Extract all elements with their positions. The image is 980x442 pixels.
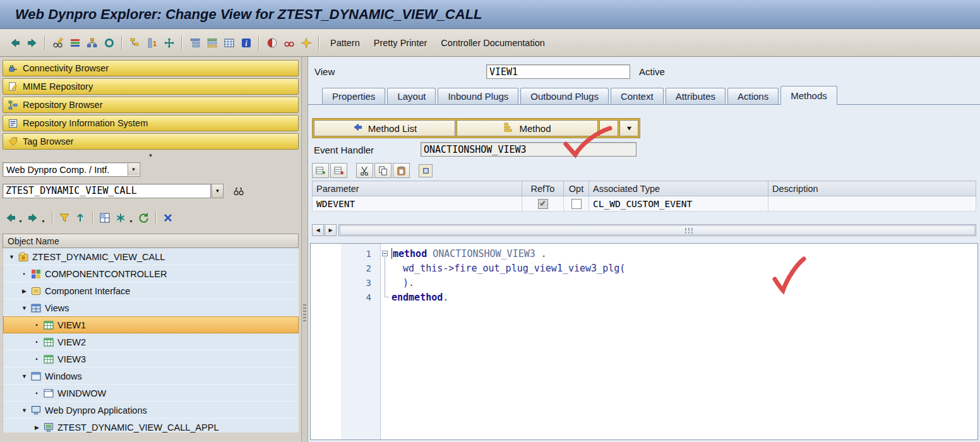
forward-icon[interactable] — [25, 210, 41, 225]
code-line-4[interactable]: 4endmethod. — [311, 290, 977, 304]
tree-item-ztest-dynamic-view-call-appl[interactable]: ▶ZTEST_DYNAMIC_VIEW_CALL_APPL — [3, 419, 299, 433]
toolbar-button-pretty-printer[interactable]: Pretty Printer — [367, 35, 434, 51]
column-header-parameter[interactable]: Parameter — [313, 181, 522, 196]
object-history-dropdown[interactable]: ▼ — [212, 184, 224, 198]
layout-icon[interactable] — [97, 210, 113, 225]
dropdown-arrow-icon[interactable]: ▼ — [129, 219, 133, 224]
leaf-bullet: · — [32, 320, 42, 331]
code-line-1[interactable]: 1method ONACTIONSHOW_VIEW3 . — [311, 246, 977, 261]
next-method-button[interactable] — [619, 120, 638, 136]
tree-item-component-interface[interactable]: ▶Component Interface — [3, 282, 299, 299]
scrollbar-grip[interactable] — [685, 227, 693, 233]
expander-closed-icon[interactable]: ▶ — [32, 424, 42, 431]
tab-properties[interactable]: Properties — [322, 88, 385, 105]
workflow-icon[interactable] — [203, 35, 220, 51]
tree-item-web-dynpro-applications[interactable]: ▼Web Dynpro Applications — [3, 402, 299, 419]
previous-method-button[interactable] — [599, 120, 618, 136]
copy-icon[interactable] — [374, 163, 391, 178]
sort-icon[interactable] — [73, 210, 88, 225]
browser-button-tag-browser[interactable]: Tag Browser — [3, 133, 299, 150]
navigation-icon[interactable] — [160, 35, 177, 51]
tree-item-windwow[interactable]: ·WINDWOW — [3, 385, 299, 402]
filter-icon[interactable] — [57, 210, 73, 225]
cut-icon[interactable] — [356, 163, 373, 178]
test-icon[interactable] — [280, 35, 297, 51]
scroll-right-icon[interactable]: ▶ — [325, 224, 337, 236]
close-icon[interactable] — [160, 210, 176, 225]
hierarchy-icon[interactable] — [83, 35, 100, 51]
dropdown-arrow-icon[interactable]: ▼ — [18, 219, 23, 224]
opt-checkbox[interactable] — [571, 199, 582, 209]
view-name-field[interactable] — [486, 64, 630, 79]
chevron-down-icon[interactable]: ▼ — [128, 164, 139, 176]
method-list-button[interactable]: Method List — [314, 120, 455, 136]
fold-collapse-icon[interactable] — [380, 246, 391, 261]
forward-icon[interactable] — [23, 35, 40, 51]
splitter-grip[interactable] — [303, 304, 306, 322]
tree-item-view3[interactable]: ·VIEW3 — [3, 350, 299, 367]
object-name-input[interactable] — [3, 184, 211, 198]
tab-outbound-plugs[interactable]: Outbound Plugs — [520, 88, 609, 105]
column-header-refto[interactable]: RefTo — [522, 181, 564, 196]
dropdown-arrow-icon[interactable]: ▼ — [41, 219, 45, 224]
expander-open-icon[interactable]: ▼ — [20, 407, 29, 414]
enhancement-icon[interactable] — [66, 35, 83, 51]
info-icon[interactable]: i — [237, 35, 254, 51]
toolbar-button-controller-documentation[interactable]: Controller Documentation — [434, 35, 551, 51]
tree-item-componentcontroller[interactable]: ·COMPONENTCONTROLLER — [3, 265, 299, 282]
expander-open-icon[interactable]: ▼ — [20, 305, 29, 311]
delete-row-icon[interactable] — [330, 163, 347, 178]
panel-splitter[interactable] — [302, 57, 308, 442]
abap-code-editor[interactable]: 1method ONACTIONSHOW_VIEW3 .2 wd_this->f… — [310, 243, 978, 440]
browser-button-connectivity-browser[interactable]: Connectivity Browser — [3, 60, 299, 76]
structure-icon[interactable] — [186, 35, 203, 51]
scrollbar-thumb[interactable] — [340, 225, 975, 235]
object-list-icon[interactable] — [126, 35, 143, 51]
column-header-associated-type[interactable]: Associated Type — [589, 181, 768, 196]
toolbar-button-pattern[interactable]: Pattern — [323, 35, 367, 51]
where-used-icon[interactable] — [100, 35, 117, 51]
refresh-icon[interactable] — [136, 210, 152, 225]
refto-checkbox[interactable] — [538, 199, 548, 209]
column-header-opt[interactable]: Opt — [564, 181, 589, 196]
tab-inbound-plugs[interactable]: Inbound Plugs — [438, 88, 518, 105]
tree-item-windows[interactable]: ▼Windows — [3, 367, 299, 385]
expander-closed-icon[interactable]: ▶ — [20, 288, 29, 294]
binoculars-icon[interactable] — [230, 182, 247, 199]
check-icon[interactable] — [263, 35, 280, 51]
code-line-3[interactable]: 3 ). — [311, 275, 977, 290]
insert-row-icon[interactable] — [312, 163, 329, 178]
parameter-row-wdevent[interactable]: WDEVENTCL_WD_CUSTOM_EVENT — [313, 196, 976, 212]
expander-open-icon[interactable]: ▼ — [20, 373, 29, 379]
back-icon[interactable] — [3, 210, 18, 225]
version-icon[interactable]: 1 — [143, 35, 160, 51]
browser-button-mime-repository[interactable]: MIME Repository — [3, 78, 299, 95]
paste-icon[interactable] — [393, 163, 410, 178]
activate-icon[interactable] — [297, 35, 314, 51]
favorites-icon[interactable] — [113, 210, 129, 225]
tab-attributes[interactable]: Attributes — [666, 88, 726, 105]
collapse-arrow-icon[interactable]: ▼ — [148, 153, 153, 158]
back-icon[interactable] — [6, 35, 23, 51]
browser-button-repository-information-system[interactable]: Repository Information System — [3, 115, 299, 131]
tree-item-ztest-dynamic-view-call[interactable]: ▼ZTEST_DYNAMIC_VIEW_CALL — [3, 248, 299, 265]
expander-open-icon[interactable]: ▼ — [7, 254, 16, 260]
tab-actions[interactable]: Actions — [727, 88, 779, 105]
display-change-icon[interactable] — [49, 35, 66, 51]
tab-methods[interactable]: Methods — [780, 86, 837, 105]
tree-item-view2[interactable]: ·VIEW2 — [3, 333, 299, 350]
code-line-2[interactable]: 2 wd_this->fire_out_plug_view1_view3_plg… — [311, 261, 977, 275]
method-button[interactable]: Method — [457, 120, 598, 136]
tab-layout[interactable]: Layout — [387, 88, 436, 105]
scroll-left-icon[interactable]: ◀ — [312, 224, 324, 236]
object-category-select[interactable]: Web Dynpro Comp. / Intf. ▼ — [3, 162, 140, 177]
detail-view-icon[interactable] — [419, 164, 433, 177]
column-header-description[interactable]: Description — [768, 181, 976, 196]
browser-button-repository-browser[interactable]: Repository Browser — [3, 97, 299, 113]
table-view-icon[interactable] — [220, 35, 237, 51]
tree-item-views[interactable]: ▼Views — [3, 299, 299, 316]
scrollbar-track[interactable] — [338, 224, 976, 236]
event-handler-field[interactable] — [421, 142, 636, 157]
tab-context[interactable]: Context — [611, 88, 664, 105]
tree-item-view1[interactable]: ·VIEW1 — [3, 316, 299, 333]
